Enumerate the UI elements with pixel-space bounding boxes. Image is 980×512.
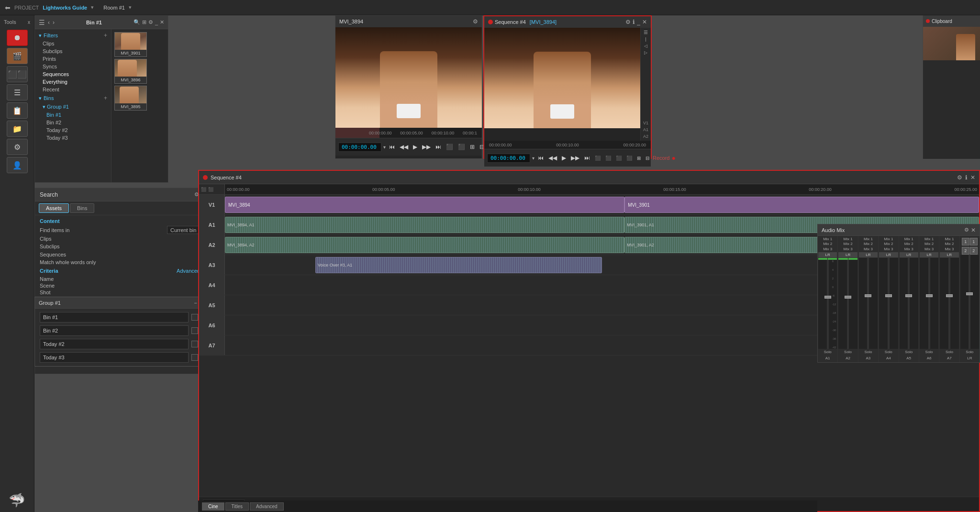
tab-advanced[interactable]: Advanced [250, 502, 283, 511]
sidebar-filters[interactable]: ▾ Filters + [35, 31, 111, 40]
clip-thumb-mvi3896[interactable]: MVI_3896 [114, 59, 147, 84]
bin-search-icon[interactable]: 🔍 [134, 19, 140, 25]
track-content-v1[interactable]: MVI_3894 MVI_3901 [225, 195, 979, 214]
tab-assets[interactable]: Assets [39, 203, 69, 213]
source-timecode[interactable]: 00:00:00.00 [338, 143, 381, 152]
source-monitor-gear-icon[interactable]: ⚙ [473, 18, 478, 25]
room-label[interactable]: Room #1 [103, 5, 125, 11]
tool-2[interactable]: ⬛⬛ [7, 66, 28, 82]
src-mark-out-btn[interactable]: ⬛ [457, 143, 467, 151]
sidebar-bin-1[interactable]: Bin #1 [35, 111, 111, 119]
seq-rwd-btn[interactable]: ◀◀ [547, 154, 558, 162]
sidebar-bin-today3[interactable]: Today #3 [35, 134, 111, 142]
src-prev-btn[interactable]: ⏮ [388, 143, 396, 151]
seq-btn-4[interactable]: ⬛ [625, 155, 634, 162]
clip-voiceover-a3[interactable]: Voice Over #3, A1 [315, 257, 602, 273]
audio-mix-settings-icon[interactable]: ⚙ [964, 227, 969, 233]
tools-close-button[interactable]: x [28, 20, 30, 25]
ch-a1-fader-handle[interactable] [824, 296, 831, 299]
ch-a4-solo[interactable]: Solo [885, 349, 892, 355]
bin-close-icon[interactable]: ✕ [160, 19, 164, 25]
seq-btn-1[interactable]: ⬛ [593, 155, 602, 162]
seq-btn-2[interactable]: ⬛ [604, 155, 612, 162]
ch-a6-fader[interactable] [920, 258, 938, 349]
clipboard-thumb[interactable] [923, 27, 980, 60]
seq-timecode[interactable]: 00:00:00.00 [487, 154, 530, 163]
sidebar-bins-section[interactable]: ▾ Bins + [35, 93, 111, 103]
ch-a3-solo[interactable]: Solo [864, 349, 872, 355]
ch-a4-lr[interactable]: LR [879, 252, 898, 257]
ch-a6-lr[interactable]: LR [920, 252, 938, 257]
group-bin-checkbox-today2[interactable] [191, 341, 198, 347]
ch-a7-handle[interactable] [946, 294, 953, 297]
src-fwd-btn[interactable]: ▶▶ [421, 143, 432, 151]
sidebar-item-syncs[interactable]: Syncs [35, 63, 111, 70]
tool-4[interactable]: 📋 [7, 102, 28, 119]
sidebar-filters-add[interactable]: + [104, 32, 107, 39]
seq-tl-close-icon[interactable]: ✕ [970, 174, 975, 181]
seq-close-icon[interactable]: ✕ [642, 19, 647, 25]
clip-thumb-mvi3901[interactable]: MVI_3901 [114, 32, 147, 57]
seq-btn-5[interactable]: ⊞ [635, 155, 642, 162]
record-button[interactable]: ⏺ [7, 30, 28, 46]
ch-a4-fader[interactable] [879, 258, 898, 349]
src-full-btn[interactable]: ⊞ [468, 143, 476, 151]
seq-panel-1[interactable]: | [645, 37, 646, 42]
ch-lr-fader[interactable] [960, 255, 979, 349]
advanced-link[interactable]: Advanced [177, 268, 200, 274]
seq-tl-settings-icon[interactable]: ⚙ [957, 174, 962, 181]
tool-7[interactable]: 👤 [7, 157, 28, 173]
ch-a3-fader[interactable] [859, 258, 878, 349]
project-name[interactable]: Lightworks Guide [43, 5, 87, 11]
clip-mvi3894-a1[interactable]: MVI_3894, A1 [225, 217, 624, 233]
record-button-seq[interactable]: Record [653, 155, 669, 161]
ch-a7-solo[interactable]: Solo [946, 349, 953, 355]
ch-a5-solo[interactable]: Solo [905, 349, 913, 355]
tab-titles[interactable]: Titles [225, 502, 249, 511]
ch-a4-handle[interactable] [885, 294, 892, 297]
seq-btn-3[interactable]: ⬛ [614, 155, 623, 162]
sidebar-item-clips[interactable]: Clips [35, 40, 111, 47]
src-rwd-btn[interactable]: ◀◀ [398, 143, 410, 151]
seq-panel-menu[interactable]: ☰ [644, 30, 648, 35]
seq-next-btn[interactable]: ⏭ [583, 154, 591, 162]
bin-forward-icon[interactable]: › [53, 19, 55, 26]
tab-bins[interactable]: Bins [70, 203, 94, 213]
sidebar-bin-2[interactable]: Bin #2 [35, 119, 111, 126]
bin-menu-icon[interactable]: ☰ [39, 19, 45, 26]
seq-minimize-icon[interactable]: _ [637, 19, 640, 25]
ch-a2-handle[interactable] [845, 296, 851, 299]
ch-a1-lr[interactable]: LR [818, 252, 837, 257]
seq-btn-6[interactable]: ⊟ [644, 155, 651, 162]
sidebar-group-1[interactable]: ▾ Group #1 [35, 103, 111, 111]
src-next-btn[interactable]: ⏭ [434, 143, 443, 151]
ch-a7-lr[interactable]: LR [940, 252, 958, 257]
group-bin-checkbox-2[interactable] [191, 327, 198, 334]
ch-a6-handle[interactable] [926, 294, 933, 297]
sidebar-item-sequences[interactable]: Sequences [35, 70, 111, 78]
seq-panel-3[interactable]: ▷ [644, 50, 647, 55]
seq-play-btn[interactable]: ▶ [560, 154, 568, 162]
ch-a2-fader[interactable] [838, 260, 857, 349]
seq-settings-icon[interactable]: ⚙ [625, 19, 631, 25]
bin-grid-icon[interactable]: ⊞ [142, 19, 146, 25]
seq-fwd-btn[interactable]: ▶▶ [569, 154, 581, 162]
ch-a2-solo[interactable]: Solo [844, 349, 852, 355]
ch-a5-fader[interactable] [900, 258, 918, 349]
group-minus-icon[interactable]: − [194, 300, 197, 306]
ch-lr-handle[interactable] [966, 292, 973, 295]
back-icon[interactable]: ⬅ [5, 4, 11, 11]
ch-a3-handle[interactable] [865, 294, 871, 297]
group-bin-checkbox-today3[interactable] [191, 354, 198, 361]
sidebar-item-everything[interactable]: Everything [35, 78, 111, 86]
sidebar-item-recent[interactable]: Recent [35, 86, 111, 93]
clip-mvi3901-v1[interactable]: MVI_3901 [624, 197, 979, 213]
tool-6[interactable]: ⚙ [7, 139, 28, 155]
seq-panel-2[interactable]: ◁ [644, 44, 647, 48]
ch-a5-lr[interactable]: LR [900, 252, 918, 257]
ch-a3-lr[interactable]: LR [859, 252, 878, 257]
seq-prev-btn[interactable]: ⏮ [536, 154, 545, 162]
seq-tl-info-icon[interactable]: ℹ [965, 174, 968, 181]
sidebar-item-subclips[interactable]: Subclips [35, 47, 111, 55]
tool-5[interactable]: 📁 [7, 121, 28, 137]
